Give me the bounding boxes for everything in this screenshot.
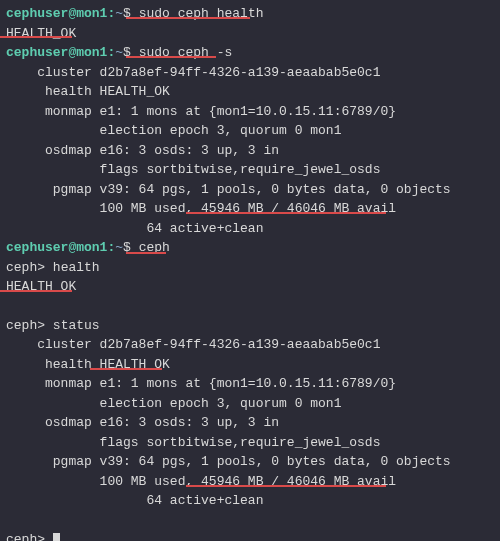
path: ~	[115, 45, 123, 60]
status2-used: 100 MB used, 45946 MB / 46046 MB avail	[6, 472, 494, 492]
status-pgmap: pgmap v39: 64 pgs, 1 pools, 0 bytes data…	[6, 180, 494, 200]
ceph-prompt-final[interactable]: ceph>	[6, 530, 494, 542]
status2-monmap: monmap e1: 1 mons at {mon1=10.0.15.11:67…	[6, 374, 494, 394]
cursor-icon	[53, 533, 60, 542]
underline-healthok2	[0, 290, 72, 292]
underline-healthok1	[0, 36, 72, 38]
status-cluster: cluster d2b7a8ef-94ff-4326-a139-aeaabab5…	[6, 63, 494, 83]
status2-flags: flags sortbitwise,require_jewel_osds	[6, 433, 494, 453]
underline-cmd2	[126, 56, 216, 58]
status-health: health HEALTH_OK	[6, 82, 494, 102]
blank-line	[6, 297, 494, 316]
output-health-ok-2: HEALTH_OK	[6, 277, 494, 297]
sub-command-2: status	[53, 318, 100, 333]
underline-healthok3	[90, 368, 162, 370]
prompt-line-3: cephuser@mon1:~$ ceph	[6, 238, 494, 258]
status-election: election epoch 3, quorum 0 mon1	[6, 121, 494, 141]
sub-command-1: health	[53, 260, 100, 275]
prompt-line-1: cephuser@mon1:~$ sudo ceph health	[6, 4, 494, 24]
blank-line	[6, 511, 494, 530]
ceph-prompt: ceph>	[6, 318, 45, 333]
underline-cmd3	[126, 252, 166, 254]
underline-avail2	[186, 485, 386, 487]
ceph-prompt: ceph>	[6, 260, 45, 275]
userhost: cephuser@mon1	[6, 240, 107, 255]
ceph-sub-health: ceph> health	[6, 258, 494, 278]
status-monmap: monmap e1: 1 mons at {mon1=10.0.15.11:67…	[6, 102, 494, 122]
path: ~	[115, 240, 123, 255]
ceph-sub-status: ceph> status	[6, 316, 494, 336]
userhost: cephuser@mon1	[6, 6, 107, 21]
status-active: 64 active+clean	[6, 219, 494, 239]
status2-active: 64 active+clean	[6, 491, 494, 511]
status2-cluster: cluster d2b7a8ef-94ff-4326-a139-aeaabab5…	[6, 335, 494, 355]
status2-osdmap: osdmap e16: 3 osds: 3 up, 3 in	[6, 413, 494, 433]
underline-avail1	[186, 212, 386, 214]
ceph-prompt: ceph>	[6, 532, 45, 542]
status-osdmap: osdmap e16: 3 osds: 3 up, 3 in	[6, 141, 494, 161]
prompt-line-2: cephuser@mon1:~$ sudo ceph -s	[6, 43, 494, 63]
path: ~	[115, 6, 123, 21]
output-health-ok-1: HEALTH_OK	[6, 24, 494, 44]
status2-pgmap: pgmap v39: 64 pgs, 1 pools, 0 bytes data…	[6, 452, 494, 472]
status-used: 100 MB used, 45946 MB / 46046 MB avail	[6, 199, 494, 219]
status2-election: election epoch 3, quorum 0 mon1	[6, 394, 494, 414]
userhost: cephuser@mon1	[6, 45, 107, 60]
status2-health: health HEALTH_OK	[6, 355, 494, 375]
status-flags: flags sortbitwise,require_jewel_osds	[6, 160, 494, 180]
underline-cmd1	[126, 17, 250, 19]
